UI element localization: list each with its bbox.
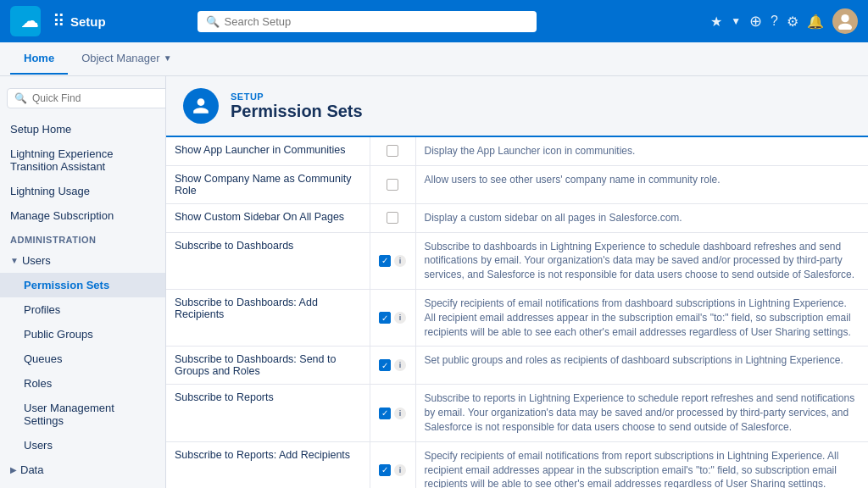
- add-icon[interactable]: ⊕: [749, 12, 762, 30]
- search-input[interactable]: [225, 15, 528, 28]
- perm-description: Allow users to see other users' company …: [415, 165, 868, 203]
- permission-checkbox[interactable]: [379, 359, 391, 371]
- sidebar-group-data[interactable]: ▶ Data: [0, 458, 165, 482]
- perm-controls[interactable]: i: [370, 289, 415, 346]
- perm-description: Specify recipients of email notification…: [415, 289, 868, 346]
- quick-find-input[interactable]: [32, 92, 165, 104]
- star-icon[interactable]: ★: [710, 14, 722, 30]
- permission-checkbox[interactable]: [379, 464, 391, 476]
- chevron-down-icon: ▼: [10, 256, 19, 265]
- perm-controls[interactable]: i: [370, 385, 415, 441]
- dropdown-icon[interactable]: ▼: [731, 15, 741, 27]
- perm-name: Subscribe to Reports: [166, 385, 370, 441]
- perm-name: Subscribe to Dashboards: Add Recipients: [166, 289, 370, 346]
- table-row: Subscribe to Dashboards: Send to Groups …: [166, 347, 868, 385]
- page-title: Permission Sets: [231, 102, 363, 121]
- perm-description: Display a custom sidebar on all pages in…: [415, 203, 868, 232]
- svg-point-0: [841, 14, 849, 22]
- table-row: Show App Launcher in CommunitiesDisplay …: [166, 137, 868, 165]
- sidebar-item-setup-home[interactable]: Setup Home: [0, 117, 165, 141]
- app-launcher-icon[interactable]: ⠿: [53, 11, 65, 31]
- table-row: Subscribe to Dashboards: Add Recipientsi…: [166, 289, 868, 346]
- table-row: Show Company Name as Community RoleAllow…: [166, 165, 868, 203]
- info-icon[interactable]: i: [394, 359, 406, 371]
- table-row: Show Custom Sidebar On All PagesDisplay …: [166, 203, 868, 232]
- avatar[interactable]: [832, 8, 858, 34]
- perm-controls[interactable]: i: [370, 347, 415, 385]
- permission-checkbox[interactable]: [387, 145, 398, 157]
- info-icon[interactable]: i: [394, 408, 406, 419]
- sidebar-group-email[interactable]: ▶ Email: [0, 482, 165, 488]
- perm-controls[interactable]: i: [370, 441, 415, 488]
- header-icon: [183, 88, 219, 124]
- help-icon[interactable]: ?: [771, 14, 778, 29]
- sidebar-item-manage-subscription[interactable]: Manage Subscription: [0, 203, 165, 228]
- chevron-right-icon: ▶: [10, 465, 17, 474]
- search-icon: 🔍: [206, 15, 220, 28]
- permissions-table: Show App Launcher in CommunitiesDisplay …: [166, 137, 868, 488]
- sidebar: 🔍 Setup Home Lightning Experience Transi…: [0, 76, 166, 488]
- setup-label: SETUP: [231, 92, 363, 102]
- page-header: SETUP Permission Sets: [166, 76, 868, 137]
- perm-controls[interactable]: [370, 165, 415, 203]
- quick-find-icon: 🔍: [14, 92, 27, 104]
- info-icon[interactable]: i: [394, 464, 406, 476]
- tab-home[interactable]: Home: [10, 43, 68, 75]
- quick-find-container: 🔍: [7, 88, 166, 108]
- perm-description: Specify recipients of email notification…: [415, 441, 868, 488]
- permission-checkbox[interactable]: [387, 212, 398, 224]
- sidebar-group-users[interactable]: ▼ Users: [0, 248, 165, 273]
- perm-name: Subscribe to Dashboards: [166, 232, 370, 289]
- main-layout: 🔍 Setup Home Lightning Experience Transi…: [0, 76, 868, 488]
- sidebar-item-permission-sets[interactable]: Permission Sets: [0, 273, 165, 297]
- perm-description: Subscribe to dashboards in Lightning Exp…: [415, 232, 868, 289]
- perm-description: Display the App Launcher icon in communi…: [415, 137, 868, 165]
- sidebar-item-queues[interactable]: Queues: [0, 347, 165, 371]
- info-icon[interactable]: i: [394, 255, 406, 267]
- table-row: Subscribe to Reports: Add RecipientsiSpe…: [166, 441, 868, 488]
- main-content: SETUP Permission Sets Show App Launcher …: [166, 76, 868, 488]
- sidebar-item-roles[interactable]: Roles: [0, 371, 165, 396]
- table-row: Subscribe to ReportsiSubscribe to report…: [166, 385, 868, 441]
- perm-name: Subscribe to Dashboards: Send to Groups …: [166, 347, 370, 385]
- permission-checkbox[interactable]: [387, 179, 398, 191]
- tab-object-manager[interactable]: Object Manager ▼: [68, 43, 185, 75]
- sidebar-item-lightning-usage[interactable]: Lightning Usage: [0, 179, 165, 203]
- sidebar-item-user-management-settings[interactable]: User Management Settings: [0, 396, 165, 433]
- setup-title: Setup: [70, 14, 106, 29]
- sidebar-item-public-groups[interactable]: Public Groups: [0, 322, 165, 347]
- settings-icon[interactable]: ⚙: [787, 14, 798, 30]
- salesforce-logo: ☁: [10, 6, 41, 36]
- svg-point-1: [838, 24, 852, 30]
- perm-name: Show Company Name as Community Role: [166, 165, 370, 203]
- info-icon[interactable]: i: [394, 312, 406, 324]
- chevron-down-icon: ▼: [164, 53, 172, 63]
- sidebar-item-lightning-transition[interactable]: Lightning Experience Transition Assistan…: [0, 141, 165, 179]
- title-group: SETUP Permission Sets: [231, 92, 363, 121]
- permission-checkbox[interactable]: [379, 408, 391, 419]
- bell-icon[interactable]: 🔔: [807, 14, 824, 30]
- perm-controls[interactable]: i: [370, 232, 415, 289]
- sidebar-section-administration: ADMINISTRATION: [0, 228, 165, 248]
- permission-checkbox[interactable]: [379, 255, 391, 267]
- permission-checkbox[interactable]: [379, 312, 391, 324]
- perm-controls[interactable]: [370, 203, 415, 232]
- top-nav-right: ★ ▼ ⊕ ? ⚙ 🔔: [710, 8, 858, 34]
- table-row: Subscribe to DashboardsiSubscribe to das…: [166, 232, 868, 289]
- perm-description: Set public groups and roles as recipient…: [415, 347, 868, 385]
- perm-name: Subscribe to Reports: Add Recipients: [166, 441, 370, 488]
- perm-controls[interactable]: [370, 137, 415, 165]
- top-nav: ☁ ⠿ Setup 🔍 ★ ▼ ⊕ ? ⚙ 🔔: [0, 0, 868, 42]
- sidebar-item-profiles[interactable]: Profiles: [0, 297, 165, 322]
- sidebar-item-users[interactable]: Users: [0, 433, 165, 458]
- perm-description: Subscribe to reports in Lightning Experi…: [415, 385, 868, 441]
- tab-bar: Home Object Manager ▼: [0, 42, 868, 76]
- perm-name: Show Custom Sidebar On All Pages: [166, 203, 370, 232]
- perm-name: Show App Launcher in Communities: [166, 137, 370, 165]
- search-bar: 🔍: [198, 11, 537, 32]
